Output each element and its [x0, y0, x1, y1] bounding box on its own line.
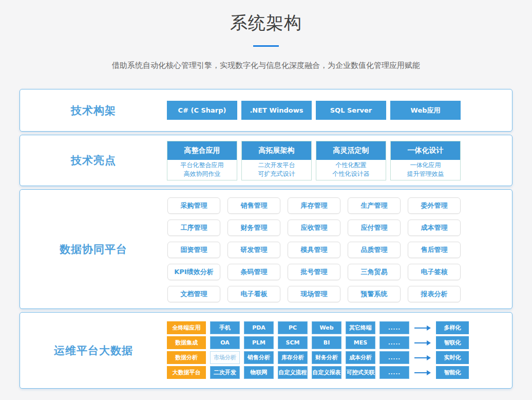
tech-stack-item: Web应用	[390, 101, 461, 120]
ops-item: Web	[312, 321, 341, 334]
page-header: 系统架构 借助系统自动化核心管理引擎，实现数字化与信息化深度融合，为企业数值化管…	[0, 0, 532, 70]
section-label-ops-bigdata: 运维平台大数据	[20, 313, 167, 388]
module-chip: 采购管理	[167, 197, 220, 214]
ops-category-tag: 数据集成	[167, 336, 206, 349]
highlight-card: 高灵活定制 个性化配置 个性化设计器	[316, 141, 386, 180]
module-chip: 成本管理	[408, 220, 461, 236]
page-title: 系统架构	[0, 11, 532, 35]
ops-item: OA	[210, 336, 240, 349]
ops-item: 库存分析	[278, 351, 308, 364]
ops-category-tag: 全终端应用	[167, 321, 206, 334]
module-chip: 应收管理	[288, 220, 340, 236]
module-chip: 生产管理	[348, 197, 401, 214]
tech-stack-item: C# (C Sharp)	[167, 101, 237, 120]
module-grid: 采购管理 销售管理 库存管理 生产管理 委外管理 工序管理 财务管理 应收管理 …	[167, 190, 512, 308]
highlight-card-line: 一体化应用	[391, 161, 460, 170]
section-label-tech-stack: 技术构架	[20, 89, 167, 131]
module-chip: 财务管理	[227, 220, 280, 236]
highlight-card-title: 高整合应用	[167, 141, 237, 160]
module-chip: 电子看板	[227, 286, 280, 302]
ops-item: PC	[278, 321, 308, 334]
highlight-card-line: 提升管理效益	[391, 170, 460, 178]
module-chip: 品质管理	[348, 242, 401, 258]
page-subtitle: 借助系统自动化核心管理引擎，实现数字化与信息化深度融合，为企业数值化管理应用赋能	[0, 61, 532, 70]
ops-item: 财务分析	[312, 351, 341, 364]
ops-item: 市场分析	[210, 351, 240, 364]
highlights-row: 高整合应用 平台化整合应用 高效协同作业 高拓展架构 二次开发平台 可扩充式设计…	[167, 135, 512, 186]
ops-item: SCM	[278, 336, 308, 349]
ops-category-tag: 大数据平台	[167, 366, 206, 379]
section-content-tech-stack: C# (C Sharp) .NET Windows SQL Server Web…	[167, 89, 512, 131]
architecture-diagram: 技术构架 C# (C Sharp) .NET Windows SQL Serve…	[20, 89, 512, 389]
highlight-card-title: 一体化设计	[391, 141, 460, 160]
highlight-card-body: 二次开发平台 可扩充式设计	[242, 160, 311, 180]
ops-rows: 全终端应用 手机 PDA PC Web 其它终端 ..... 多样化 数据集成 …	[167, 313, 512, 388]
module-chip: KPI绩效分析	[167, 264, 220, 280]
ops-item: 二次开发	[210, 366, 240, 379]
module-chip: 委外管理	[408, 197, 461, 214]
ops-item: 自定义报表	[312, 366, 341, 379]
ops-result-tag: 实时化	[436, 351, 469, 364]
ops-result-tag: 智联化	[436, 336, 469, 349]
highlight-card-title: 高灵活定制	[316, 141, 386, 160]
ops-item: PDA	[244, 321, 274, 334]
highlight-card-body: 平台化整合应用 高效协同作业	[167, 160, 237, 180]
ops-item: BI	[312, 336, 341, 349]
arrow-right-icon	[414, 321, 431, 334]
section-highlights: 技术亮点 高整合应用 平台化整合应用 高效协同作业 高拓展架构 二次开发平台 可…	[20, 135, 512, 186]
section-ops-bigdata: 运维平台大数据 全终端应用 手机 PDA PC Web 其它终端 ..... 多…	[20, 312, 512, 389]
highlight-card-line: 二次开发平台	[242, 161, 311, 170]
module-chip: 现场管理	[288, 286, 340, 302]
ops-item: PLM	[244, 336, 274, 349]
module-chip: 三角贸易	[348, 264, 401, 280]
arrow-right-icon	[414, 336, 431, 349]
module-chip: 研发管理	[227, 242, 280, 258]
tech-stack-item: .NET Windows	[241, 101, 312, 120]
module-chip: 条码管理	[227, 264, 280, 280]
highlight-card-line: 可扩充式设计	[242, 170, 311, 178]
ops-result-tag: 智能化	[436, 366, 469, 379]
ops-item-more: .....	[379, 351, 409, 364]
module-chip: 电子签核	[408, 264, 461, 280]
ops-row-integration: 数据集成 OA PLM SCM BI MES ..... 智联化	[167, 336, 512, 349]
module-chip: 模具管理	[288, 242, 340, 258]
highlight-card-title: 高拓展架构	[242, 141, 311, 160]
arrow-right-icon	[414, 351, 431, 364]
ops-item: 物联网	[244, 366, 274, 379]
highlight-card-line: 个性化设计器	[316, 170, 386, 178]
ops-item: MES	[346, 336, 375, 349]
tech-stack-item: SQL Server	[316, 101, 386, 120]
ops-item: 销售分析	[244, 351, 274, 364]
highlight-card: 高拓展架构 二次开发平台 可扩充式设计	[241, 141, 312, 180]
arrow-right-icon	[414, 366, 431, 379]
ops-item-more: .....	[379, 366, 409, 379]
module-chip: 批号管理	[288, 264, 340, 280]
section-tech-stack: 技术构架 C# (C Sharp) .NET Windows SQL Serve…	[20, 89, 512, 132]
module-chip: 销售管理	[227, 197, 280, 214]
title-underline	[253, 45, 279, 47]
section-content-ops-bigdata: 全终端应用 手机 PDA PC Web 其它终端 ..... 多样化 数据集成 …	[167, 313, 512, 388]
section-label-highlights: 技术亮点	[20, 135, 167, 186]
module-chip: 售后管理	[408, 242, 461, 258]
module-chip: 固资管理	[167, 242, 220, 258]
ops-item: 可控式关联	[346, 366, 375, 379]
ops-item: 手机	[210, 321, 240, 334]
ops-row-terminals: 全终端应用 手机 PDA PC Web 其它终端 ..... 多样化	[167, 321, 512, 334]
ops-item-more: .....	[379, 321, 409, 334]
module-chip: 文档管理	[167, 286, 220, 302]
section-content-highlights: 高整合应用 平台化整合应用 高效协同作业 高拓展架构 二次开发平台 可扩充式设计…	[167, 135, 512, 186]
highlight-card-body: 个性化配置 个性化设计器	[316, 160, 386, 180]
ops-item-more: .....	[379, 336, 409, 349]
ops-item: 其它终端	[346, 321, 375, 334]
highlight-card-body: 一体化应用 提升管理效益	[391, 160, 460, 180]
highlight-card-line: 个性化配置	[316, 161, 386, 170]
ops-item: 成本分析	[346, 351, 375, 364]
module-chip: 预警系统	[348, 286, 401, 302]
highlight-card-line: 高效协同作业	[167, 170, 237, 178]
ops-result-tag: 多样化	[436, 321, 469, 334]
tech-stack-row: C# (C Sharp) .NET Windows SQL Server Web…	[167, 89, 512, 131]
highlight-card: 一体化设计 一体化应用 提升管理效益	[390, 141, 461, 180]
ops-category-tag: 数据分析	[167, 351, 206, 364]
highlight-card-line: 平台化整合应用	[167, 161, 237, 170]
module-chip: 应付管理	[348, 220, 401, 236]
